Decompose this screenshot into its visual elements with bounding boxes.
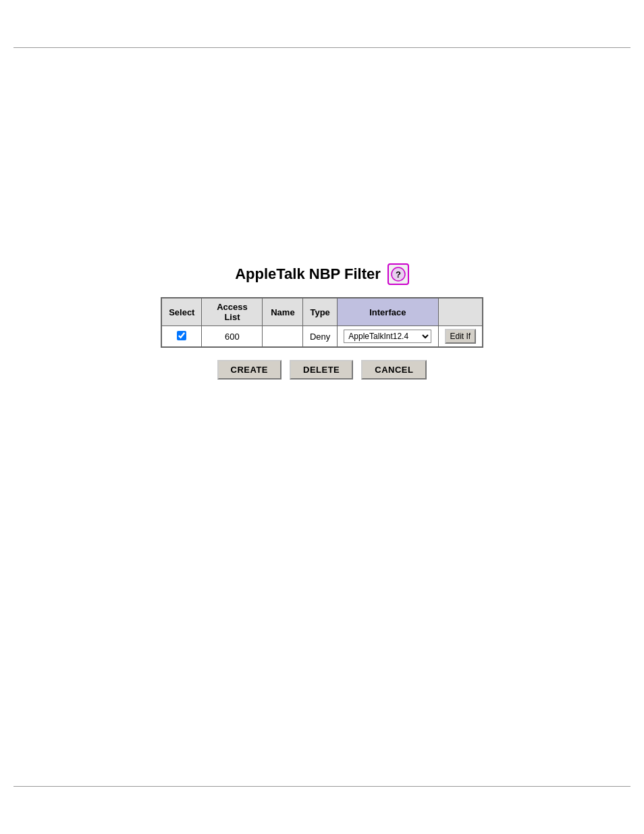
row-edit-cell: Edit If bbox=[438, 326, 482, 347]
help-icon: ? bbox=[391, 267, 406, 282]
table-row: 600 Deny AppleTalkInt12.4 AppleTalkInt12… bbox=[162, 326, 483, 347]
filter-table: Select Access List Name Type Interface 6… bbox=[161, 298, 483, 347]
cancel-button[interactable]: CANCEL bbox=[361, 360, 427, 380]
edit-if-button[interactable]: Edit If bbox=[445, 329, 477, 344]
create-button[interactable]: CREATE bbox=[217, 360, 281, 380]
col-header-name: Name bbox=[263, 298, 303, 326]
top-divider bbox=[14, 47, 630, 48]
col-header-type: Type bbox=[303, 298, 337, 326]
row-select-cell bbox=[162, 326, 202, 347]
page-title: AppleTalk NBP Filter bbox=[235, 265, 381, 283]
row-interface-cell: AppleTalkInt12.4 AppleTalkInt12.3 AppleT… bbox=[337, 326, 438, 347]
col-header-edit bbox=[438, 298, 482, 326]
title-row: AppleTalk NBP Filter ? bbox=[235, 263, 409, 285]
buttons-row: CREATE DELETE CANCEL bbox=[217, 360, 427, 380]
col-header-select: Select bbox=[162, 298, 202, 326]
main-content: AppleTalk NBP Filter ? Select Access Lis… bbox=[0, 61, 644, 380]
help-icon-button[interactable]: ? bbox=[387, 263, 409, 285]
filter-table-container: Select Access List Name Type Interface 6… bbox=[161, 297, 483, 348]
row-type-cell: Deny bbox=[303, 326, 337, 347]
row-access-list-cell: 600 bbox=[202, 326, 263, 347]
col-header-interface: Interface bbox=[337, 298, 438, 326]
row-select-checkbox[interactable] bbox=[177, 331, 186, 340]
delete-button[interactable]: DELETE bbox=[290, 360, 353, 380]
interface-select[interactable]: AppleTalkInt12.4 AppleTalkInt12.3 AppleT… bbox=[344, 330, 431, 343]
row-name-cell bbox=[263, 326, 303, 347]
svg-text:?: ? bbox=[396, 269, 401, 280]
bottom-divider bbox=[14, 786, 630, 787]
col-header-access-list: Access List bbox=[202, 298, 263, 326]
